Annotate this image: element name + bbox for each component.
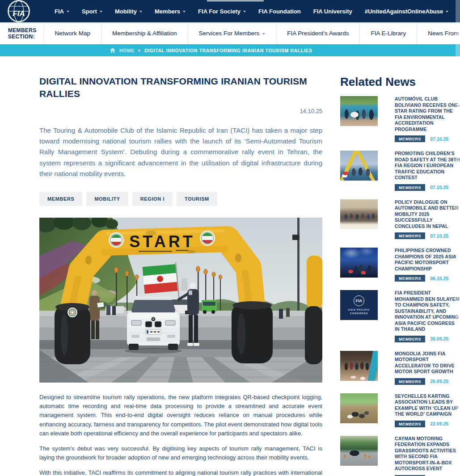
news-thumbnail xyxy=(340,436,378,466)
fia-logo[interactable]: FIA xyxy=(7,0,30,23)
subnav-item-label: Network Map xyxy=(55,30,90,37)
news-item-title: PROMOTING CHILDREN’S ROAD SAFETY AT THE … xyxy=(395,151,460,181)
nav-item-fia-university[interactable]: FIA University xyxy=(307,8,359,15)
subnav-item-news-from-the-network[interactable]: News From The Network xyxy=(417,22,460,44)
members-section-label: MEMBERS SECTION: xyxy=(0,22,44,44)
related-news-item[interactable]: POLICY DIALOGUE ON AUTOMOBILE AND BETTER… xyxy=(340,199,460,240)
related-news-item[interactable]: PROMOTING CHILDREN’S ROAD SAFETY AT THE … xyxy=(340,151,460,191)
news-item-text: SEYCHELLES KARTING ASSOCIATION LEADS BY … xyxy=(395,393,460,427)
sub-nav: Network MapMembership & AffiliationServi… xyxy=(44,22,460,44)
subnav-item-label: Membership & Affiliation xyxy=(112,30,177,37)
news-item-title: FIA PRESIDENT MOHAMMED BEN SULAYEM TO CH… xyxy=(395,290,460,333)
subnav-item-fia-president-s-awards[interactable]: FIA President's Awards xyxy=(276,22,360,44)
news-thumbnail xyxy=(340,393,378,423)
members-badge: MEMBERS xyxy=(395,378,425,385)
subnav-item-services-for-members[interactable]: Services For Members xyxy=(188,22,277,44)
nav-item-members[interactable]: Members xyxy=(148,8,192,15)
news-item-text: MONGOLIA JOINS FIA MOTORSPORT ACCELERATO… xyxy=(395,351,460,385)
scrollbar[interactable] xyxy=(456,0,460,476)
news-thumbnail xyxy=(340,248,378,278)
related-news-item[interactable]: SEYCHELLES KARTING ASSOCIATION LEADS BY … xyxy=(340,393,460,427)
news-item-title: CAYMAN MOTORING FEDERATION EXPANDS GRASS… xyxy=(395,436,460,472)
news-item-meta: MEMBERS30.09.25 xyxy=(395,336,460,342)
news-item-meta: MEMBERS07.10.25 xyxy=(395,135,460,142)
related-news-item[interactable]: MONGOLIA JOINS FIA MOTORSPORT ACCELERATO… xyxy=(340,351,460,385)
nav-item-label: Members xyxy=(155,8,180,15)
news-item-title: AUTOMÓVIL CLUB BOLIVIANO RECEIVES ONE-ST… xyxy=(395,96,460,132)
members-badge: MEMBERS xyxy=(395,336,425,342)
news-thumbnail: FIAASIA PACIFICCONGRESS xyxy=(340,290,378,320)
members-section-nav: MEMBERS SECTION: Network MapMembership &… xyxy=(0,22,460,44)
news-item-text: AUTOMÓVIL CLUB BOLIVIANO RECEIVES ONE-ST… xyxy=(395,96,460,142)
nav-item-sport[interactable]: Sport xyxy=(76,8,109,15)
chevron-down-icon xyxy=(139,11,142,13)
news-item-title: PHILIPPINES CROWNED CHAMPIONS OF 2025 AS… xyxy=(395,248,460,272)
nav-item-label: FIA Foundation xyxy=(258,8,301,15)
tag-list: MEMBERSMOBILITYREGION ITOURISM xyxy=(39,192,322,206)
news-item-text: FIA PRESIDENT MOHAMMED BEN SULAYEM TO CH… xyxy=(395,290,460,342)
news-item-meta: MEMBERS22.09.25 xyxy=(395,421,460,427)
news-item-title: MONGOLIA JOINS FIA MOTORSPORT ACCELERATO… xyxy=(395,351,460,375)
news-item-date: 07.10.25 xyxy=(430,233,448,239)
chevron-down-icon xyxy=(67,11,69,13)
nav-item-unitedagainstonlineabuse[interactable]: #UnitedAgainstOnlineAbuse xyxy=(359,8,455,15)
related-news-item[interactable]: PHILIPPINES CROWNED CHAMPIONS OF 2025 AS… xyxy=(340,248,460,282)
news-thumbnail xyxy=(340,351,378,381)
news-item-meta: MEMBERS07.10.25 xyxy=(395,184,460,191)
article-photo: START xyxy=(39,218,322,383)
subnav-item-fia-e-library[interactable]: FIA E-Library xyxy=(360,22,417,44)
nav-item-fia[interactable]: FIA xyxy=(48,8,76,15)
nav-item-label: Sport xyxy=(82,8,97,15)
subnav-item-network-map[interactable]: Network Map xyxy=(44,22,101,44)
tag-tourism[interactable]: TOURISM xyxy=(177,192,217,206)
article-body: Designed to streamline tourism rally ope… xyxy=(39,393,322,476)
nav-item-label: FIA University xyxy=(313,8,352,15)
chevron-down-icon xyxy=(446,11,448,13)
news-item-date: 30.09.25 xyxy=(430,336,448,341)
breadcrumb: HOME DIGITAL INNOVATION TRANSFORMING IRA… xyxy=(0,44,460,56)
news-item-meta: MEMBERS07.10.25 xyxy=(395,232,460,239)
subnav-item-label: FIA President's Awards xyxy=(287,30,349,37)
chevron-down-icon xyxy=(262,33,265,35)
news-item-date: 22.09.25 xyxy=(430,421,448,426)
nav-item-label: FIA xyxy=(55,8,64,15)
fia-logo-icon: FIA xyxy=(7,0,30,23)
members-badge: MEMBERS xyxy=(395,275,425,282)
page-title: DIGITAL INNOVATION TRANSFORMING IRANIAN … xyxy=(39,75,322,101)
tag-mobility[interactable]: MOBILITY xyxy=(86,192,128,206)
nav-item-mobility[interactable]: Mobility xyxy=(109,8,148,15)
members-badge: MEMBERS xyxy=(395,421,425,427)
nav-item-fia-foundation[interactable]: FIA Foundation xyxy=(252,8,307,15)
news-item-text: PROMOTING CHILDREN’S ROAD SAFETY AT THE … xyxy=(395,151,460,191)
tag-region-i[interactable]: REGION I xyxy=(132,192,173,206)
news-item-text: POLICY DIALOGUE ON AUTOMOBILE AND BETTER… xyxy=(395,199,460,240)
news-thumbnail xyxy=(340,199,378,229)
subnav-item-label: Services For Members xyxy=(199,30,260,37)
news-thumbnail xyxy=(340,151,378,181)
article: DIGITAL INNOVATION TRANSFORMING IRANIAN … xyxy=(39,75,322,476)
subnav-item-label: FIA E-Library xyxy=(371,30,406,37)
members-badge: MEMBERS xyxy=(395,184,425,191)
news-item-meta: MEMBERS06.10.25 xyxy=(395,275,460,282)
news-item-meta: MEMBERS26.09.25 xyxy=(395,378,460,385)
news-item-date: 06.10.25 xyxy=(430,276,448,281)
news-thumbnail xyxy=(340,96,378,126)
related-news-heading: Related News xyxy=(340,75,460,89)
news-item-date: 26.09.25 xyxy=(430,379,448,384)
news-item-text: CAYMAN MOTORING FEDERATION EXPANDS GRASS… xyxy=(395,436,460,476)
breadcrumb-home-link[interactable]: HOME xyxy=(119,48,135,53)
active-nav-indicator xyxy=(207,0,264,1)
related-news-item[interactable]: FIAASIA PACIFICCONGRESSFIA PRESIDENT MOH… xyxy=(340,290,460,342)
news-item-date: 07.10.25 xyxy=(430,136,448,142)
article-lead: The Touring & Automobile Club of the Isl… xyxy=(39,125,322,179)
news-item-title: SEYCHELLES KARTING ASSOCIATION LEADS BY … xyxy=(395,393,460,417)
related-news-item[interactable]: AUTOMÓVIL CLUB BOLIVIANO RECEIVES ONE-ST… xyxy=(340,96,460,142)
news-item-date: 07.10.25 xyxy=(430,185,448,190)
related-news-item[interactable]: CAYMAN MOTORING FEDERATION EXPANDS GRASS… xyxy=(340,436,460,476)
tag-members[interactable]: MEMBERS xyxy=(39,192,82,206)
subnav-item-membership-affiliation[interactable]: Membership & Affiliation xyxy=(101,22,188,44)
nav-item-fia-for-society[interactable]: FIA For Society xyxy=(192,8,252,15)
fia-logo-icon: FIA xyxy=(354,295,364,306)
home-icon[interactable] xyxy=(110,48,115,53)
main-content: DIGITAL INNOVATION TRANSFORMING IRANIAN … xyxy=(0,56,460,476)
